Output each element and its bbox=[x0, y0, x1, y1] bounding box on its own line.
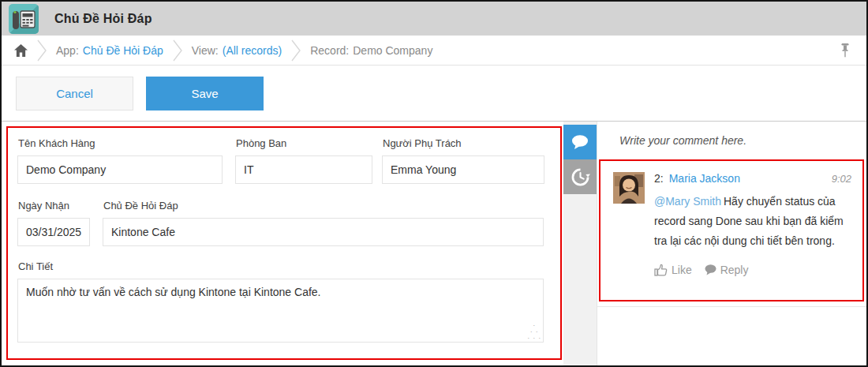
comment-panel: Write your comment here. bbox=[597, 122, 866, 365]
home-icon[interactable] bbox=[14, 44, 28, 57]
form-row-1: Tên Khách Hàng Phòng Ban Người Phụ Trách bbox=[17, 137, 551, 184]
tab-history[interactable] bbox=[563, 159, 597, 194]
comment-bubble-icon bbox=[571, 134, 589, 150]
comment-number: 2: bbox=[654, 172, 664, 185]
save-button[interactable]: Save bbox=[146, 77, 264, 110]
breadcrumb-chevron-icon bbox=[291, 39, 301, 62]
reply-bubble-icon bbox=[705, 264, 716, 275]
comment-input-placeholder: Write your comment here. bbox=[619, 134, 746, 147]
breadcrumb-view-label: View: bbox=[192, 44, 219, 57]
form-region: Tên Khách Hàng Phòng Ban Người Phụ Trách bbox=[2, 122, 563, 365]
breadcrumb-chevron-icon bbox=[173, 39, 182, 62]
fax-machine-icon bbox=[9, 4, 39, 34]
record-form-annotation-box: Tên Khách Hàng Phòng Ban Người Phụ Trách bbox=[6, 126, 562, 360]
comment-content: 2: Maria Jackson 9:02 @Mary SmithHãy chu… bbox=[654, 172, 851, 289]
department-field[interactable] bbox=[235, 155, 372, 184]
department-label: Phòng Ban bbox=[236, 137, 372, 149]
breadcrumb: App: Chủ Đề Hỏi Đáp View: (All records) … bbox=[2, 36, 866, 66]
customer-name-field[interactable] bbox=[17, 155, 223, 184]
app-header: Chủ Đề Hỏi Đáp bbox=[2, 2, 866, 36]
reply-button[interactable]: Reply bbox=[705, 264, 749, 276]
comment-author-link[interactable]: Maria Jackson bbox=[669, 172, 740, 185]
topic-label: Chủ Đề Hỏi Đáp bbox=[103, 200, 544, 212]
customer-name-label: Tên Khách Hàng bbox=[18, 137, 223, 149]
comment-body: @Mary SmithHãy chuyển status của record … bbox=[654, 192, 851, 251]
form-row-2: Ngày Nhận Chủ Đề Hỏi Đáp bbox=[17, 200, 551, 246]
side-tab-strip bbox=[563, 122, 597, 365]
received-date-field[interactable] bbox=[17, 218, 90, 246]
assignee-field[interactable] bbox=[382, 155, 544, 184]
page-title: Chủ Đề Hỏi Đáp bbox=[54, 12, 152, 26]
breadcrumb-chevron-icon bbox=[37, 39, 47, 62]
comment-input[interactable]: Write your comment here. bbox=[597, 122, 866, 159]
tab-comments[interactable] bbox=[563, 125, 597, 159]
like-button[interactable]: Like bbox=[654, 264, 692, 276]
form-row-3: Chi Tiết Muốn nhờ tư vấn về cách sử dụng… bbox=[17, 260, 551, 343]
breadcrumb-app-link[interactable]: Chủ Đề Hỏi Đáp bbox=[83, 44, 163, 57]
comment-annotation-box: 2: Maria Jackson 9:02 @Mary SmithHãy chu… bbox=[599, 159, 864, 301]
cancel-button[interactable]: Cancel bbox=[16, 77, 133, 110]
breadcrumb-record-value: Demo Company bbox=[353, 44, 432, 57]
comment-divider bbox=[597, 306, 866, 307]
history-icon bbox=[571, 167, 590, 187]
details-label: Chi Tiết bbox=[18, 260, 551, 272]
breadcrumb-app-label: App: bbox=[56, 44, 79, 57]
breadcrumb-record-label: Record: bbox=[310, 44, 349, 57]
comment-timestamp: 9:02 bbox=[832, 173, 851, 185]
record-edit-main: Tên Khách Hàng Phòng Ban Người Phụ Trách bbox=[2, 122, 866, 365]
mention-link[interactable]: @Mary Smith bbox=[654, 195, 721, 208]
pin-icon[interactable] bbox=[836, 39, 854, 62]
like-label: Like bbox=[672, 264, 692, 276]
topic-field[interactable] bbox=[103, 218, 544, 246]
details-field[interactable]: Muốn nhờ tư vấn về cách sử dụng Kintone … bbox=[17, 279, 544, 343]
received-date-label: Ngày Nhận bbox=[18, 200, 90, 212]
avatar bbox=[613, 172, 645, 204]
assignee-label: Người Phụ Trách bbox=[383, 137, 544, 149]
thumbs-up-icon bbox=[654, 264, 668, 276]
breadcrumb-view-link[interactable]: (All records) bbox=[223, 44, 282, 57]
app-window: Chủ Đề Hỏi Đáp App: Chủ Đề Hỏi Đáp View:… bbox=[0, 0, 868, 367]
reply-label: Reply bbox=[720, 264, 749, 276]
record-toolbar: Cancel Save bbox=[2, 66, 866, 122]
